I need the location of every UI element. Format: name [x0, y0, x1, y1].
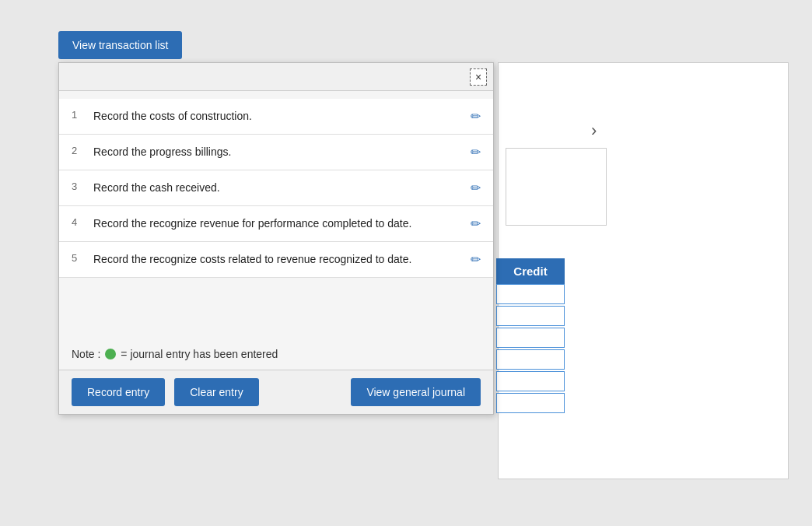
task-text-2: Record the progress billings. — [93, 144, 463, 160]
task-row: 1 Record the costs of construction. ✏ — [59, 99, 493, 135]
chevron-right-icon[interactable]: › — [591, 121, 597, 141]
task-text-4: Record the recognize revenue for perform… — [93, 216, 463, 232]
task-number-4: 4 — [72, 216, 87, 228]
note-text: = journal entry has been entered — [121, 348, 278, 360]
edit-icon-3[interactable]: ✏ — [471, 180, 481, 195]
edit-icon-5[interactable]: ✏ — [471, 251, 481, 267]
task-row: 2 Record the progress billings. ✏ — [59, 135, 493, 170]
task-row: 3 Record the cash received. ✏ — [59, 170, 493, 206]
clear-entry-button[interactable]: Clear entry — [174, 378, 258, 406]
task-number-1: 1 — [72, 108, 87, 121]
task-text-3: Record the cash received. — [93, 180, 463, 196]
green-dot-icon — [105, 349, 116, 359]
modal-body: 1 Record the costs of construction. ✏ 2 … — [59, 91, 493, 278]
task-text-5: Record the recognize costs related to re… — [93, 251, 463, 268]
task-row: 4 Record the recognize revenue for perfo… — [59, 206, 493, 242]
close-button[interactable]: × — [470, 68, 487, 86]
credit-inputs-container — [496, 284, 565, 415]
edit-icon-4[interactable]: ✏ — [471, 216, 481, 231]
view-transaction-list-button[interactable]: View transaction list — [58, 31, 182, 59]
credit-input-1[interactable] — [496, 284, 565, 304]
task-row: 5 Record the recognize costs related to … — [59, 242, 493, 278]
modal-spacer — [59, 278, 493, 340]
edit-icon-1[interactable]: ✏ — [471, 108, 481, 124]
modal-footer: Record entry Clear entry View general jo… — [59, 370, 493, 414]
credit-input-5[interactable] — [496, 371, 565, 391]
task-number-3: 3 — [72, 180, 87, 192]
task-modal: × 1 Record the costs of construction. ✏ … — [58, 62, 494, 415]
record-entry-button[interactable]: Record entry — [72, 378, 165, 406]
modal-header: × — [59, 63, 493, 91]
task-text-1: Record the costs of construction. — [93, 108, 463, 124]
modal-note: Note : = journal entry has been entered — [59, 340, 493, 370]
view-general-journal-button[interactable]: View general journal — [351, 378, 481, 406]
credit-input-2[interactable] — [496, 306, 565, 326]
task-number-2: 2 — [72, 144, 87, 156]
credit-input-4[interactable] — [496, 349, 565, 370]
right-white-box — [506, 148, 607, 226]
credit-column-header: Credit — [496, 258, 565, 284]
task-number-5: 5 — [72, 251, 87, 264]
credit-input-6[interactable] — [496, 393, 565, 413]
note-prefix: Note : — [72, 348, 100, 360]
credit-input-3[interactable] — [496, 328, 565, 348]
edit-icon-2[interactable]: ✏ — [471, 144, 481, 160]
